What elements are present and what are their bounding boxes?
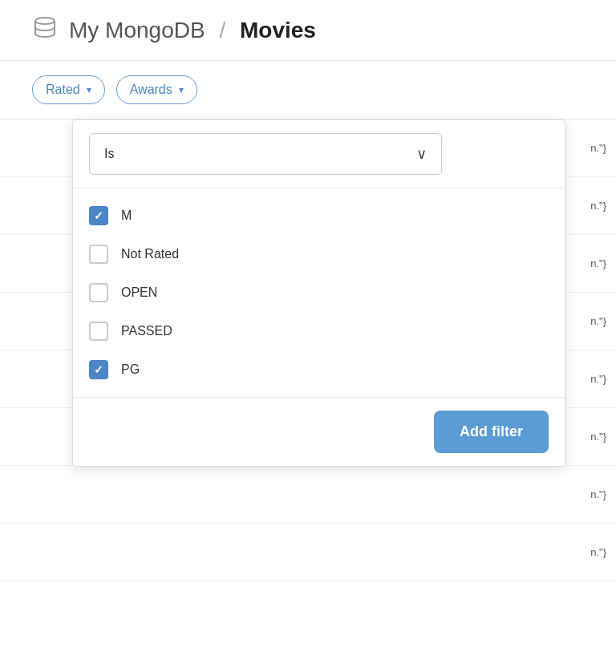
json-snippet-6: n."} — [581, 408, 616, 466]
svg-point-0 — [35, 18, 55, 24]
option-passed[interactable]: PASSED — [89, 312, 549, 350]
checkbox-not-rated[interactable] — [89, 245, 108, 264]
rated-filter-button[interactable]: Rated ▾ — [32, 75, 105, 104]
bg-row-8 — [0, 524, 616, 581]
json-snippet-5: n."} — [581, 350, 616, 408]
option-not-rated-label: Not Rated — [121, 247, 179, 261]
json-snippet-1: n."} — [581, 119, 616, 177]
page-title: My MongoDB / Movies — [69, 18, 316, 43]
operator-chevron-icon: ∨ — [416, 145, 427, 163]
option-m-label: M — [121, 208, 132, 223]
dropdown-footer: Add filter — [73, 397, 565, 466]
option-open-label: OPEN — [121, 285, 157, 300]
operator-row: Is ∨ — [73, 120, 565, 188]
rated-chevron-icon: ▾ — [87, 84, 91, 95]
filter-dropdown-panel: Is ∨ M Not Rated OPEN PASSED — [72, 119, 565, 467]
add-filter-button[interactable]: Add filter — [434, 411, 549, 453]
json-snippet-2: n."} — [581, 177, 616, 235]
operator-select[interactable]: Is ∨ — [89, 133, 442, 175]
db-name: My MongoDB — [69, 18, 205, 43]
option-passed-label: PASSED — [121, 324, 172, 338]
option-not-rated[interactable]: Not Rated — [89, 235, 549, 273]
checkbox-m[interactable] — [89, 206, 108, 225]
filter-bar: Rated ▾ Awards ▾ — [0, 61, 616, 119]
json-snippet-7: n."} — [581, 466, 616, 524]
header: My MongoDB / Movies — [0, 0, 616, 61]
option-pg[interactable]: PG — [89, 350, 549, 389]
operator-label: Is — [104, 147, 114, 161]
awards-filter-label: Awards — [130, 83, 172, 97]
options-list: M Not Rated OPEN PASSED PG — [73, 188, 565, 397]
awards-chevron-icon: ▾ — [179, 84, 184, 95]
awards-filter-button[interactable]: Awards ▾ — [116, 75, 197, 104]
collection-name: Movies — [240, 18, 316, 43]
title-separator: / — [219, 18, 225, 43]
checkbox-open[interactable] — [89, 283, 108, 302]
checkbox-pg[interactable] — [89, 360, 108, 379]
option-pg-label: PG — [121, 362, 140, 377]
json-snippets: n."} n."} n."} n."} n."} n."} n."} n."} — [581, 119, 616, 581]
option-m[interactable]: M — [89, 196, 549, 235]
database-icon — [32, 14, 58, 46]
json-snippet-4: n."} — [581, 293, 616, 350]
bg-row-7 — [0, 466, 616, 524]
checkbox-passed[interactable] — [89, 322, 108, 341]
option-open[interactable]: OPEN — [89, 273, 549, 312]
json-snippet-3: n."} — [581, 235, 616, 293]
json-snippet-8: n."} — [581, 524, 616, 581]
rated-filter-label: Rated — [46, 83, 80, 97]
